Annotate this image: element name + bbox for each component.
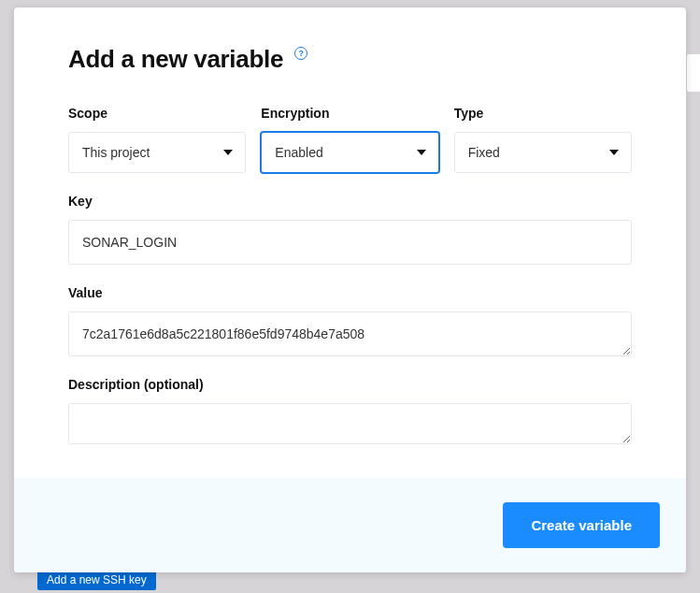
- add-ssh-key-button[interactable]: Add a new SSH key: [37, 570, 156, 590]
- key-input[interactable]: [68, 220, 632, 265]
- encryption-select[interactable]: Enabled: [261, 132, 438, 173]
- dialog-title-row: Add a new variable ?: [68, 45, 632, 74]
- backdrop-strip: [687, 54, 700, 92]
- type-select[interactable]: Fixed: [454, 132, 632, 173]
- type-label: Type: [454, 106, 632, 121]
- key-label: Key: [68, 194, 632, 209]
- scope-field: Scope This project: [68, 106, 246, 173]
- dialog-footer: Create variable: [14, 478, 686, 572]
- type-field: Type Fixed: [454, 106, 632, 173]
- help-icon[interactable]: ?: [294, 47, 307, 60]
- dialog-title: Add a new variable: [68, 45, 283, 74]
- encryption-field: Encryption Enabled: [261, 106, 438, 173]
- description-field: Description (optional): [68, 377, 632, 444]
- value-field: Value 7c2a1761e6d8a5c221801f86e5fd9748b4…: [68, 285, 632, 356]
- type-select-wrap: Fixed: [454, 132, 632, 173]
- dialog-body: Add a new variable ? Scope This project …: [14, 7, 686, 478]
- encryption-select-wrap: Enabled: [261, 132, 438, 173]
- scope-select-wrap: This project: [68, 132, 246, 173]
- key-field: Key: [68, 194, 632, 265]
- add-variable-dialog: Add a new variable ? Scope This project …: [14, 7, 686, 572]
- description-label: Description (optional): [68, 377, 632, 392]
- value-textarea[interactable]: 7c2a1761e6d8a5c221801f86e5fd9748b4e7a508: [68, 311, 632, 356]
- dropdown-row: Scope This project Encryption Enabled: [68, 106, 632, 173]
- value-label: Value: [68, 285, 632, 300]
- create-variable-button[interactable]: Create variable: [503, 502, 660, 548]
- description-textarea[interactable]: [68, 403, 632, 444]
- encryption-label: Encryption: [261, 106, 438, 121]
- scope-label: Scope: [68, 106, 246, 121]
- scope-select[interactable]: This project: [68, 132, 246, 173]
